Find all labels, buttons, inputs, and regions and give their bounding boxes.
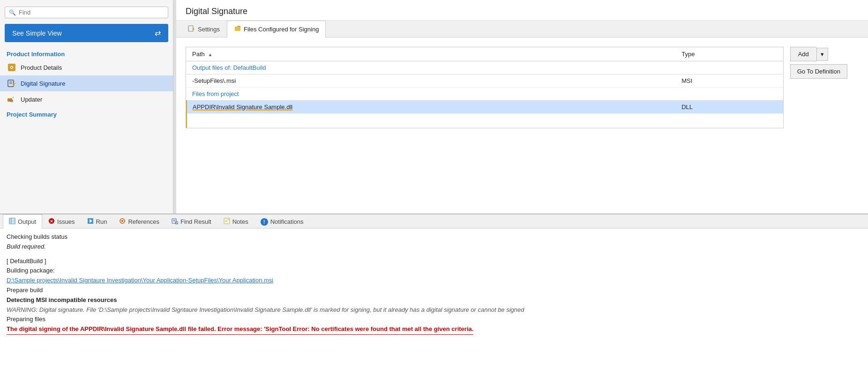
- sidebar: 🔍 See Simple View ⇄ Product Information …: [0, 0, 173, 213]
- bottom-tab-run[interactable]: Run: [81, 214, 113, 228]
- output-line: Checking builds status: [7, 232, 861, 242]
- notes-tab-label: Notes: [232, 218, 248, 225]
- project-summary-link[interactable]: Project Summary: [0, 107, 173, 122]
- file-path: -SetupFiles\.msi: [187, 74, 676, 88]
- add-button[interactable]: Add: [790, 47, 816, 61]
- bottom-tab-notes[interactable]: Notes: [217, 214, 254, 228]
- output-line: Building package:: [7, 266, 861, 276]
- output-line-warning: WARNING: Digital signature. File 'D:\Sam…: [7, 305, 861, 315]
- notifications-tab-icon: !: [261, 218, 268, 226]
- output-line: Build required.: [7, 242, 861, 252]
- find-result-tab-label: Find Result: [180, 218, 211, 225]
- issues-tab-icon: ✕: [48, 218, 55, 226]
- run-tab-label: Run: [96, 218, 107, 225]
- digital-signature-icon: [7, 78, 17, 88]
- svg-line-25: [177, 223, 178, 224]
- output-line: Preparing files: [7, 315, 861, 324]
- sidebar-item-digital-signature[interactable]: Digital Signature: [0, 75, 173, 91]
- notifications-tab-label: Notifications: [270, 218, 304, 225]
- main-tabs-bar: Settings Files Configured for Signing: [176, 21, 868, 37]
- bottom-tab-output[interactable]: Output: [3, 214, 42, 228]
- file-type: DLL: [676, 101, 783, 114]
- search-input[interactable]: [19, 9, 164, 16]
- arrows-icon: ⇄: [155, 29, 161, 37]
- issues-tab-label: Issues: [57, 218, 75, 225]
- svg-point-2: [11, 67, 13, 68]
- content-area: Path ▲ Type Output files of: DefaultBuil…: [176, 37, 868, 213]
- type-column-header: Type: [676, 47, 783, 61]
- notes-tab-icon: [224, 218, 230, 226]
- file-type: MSI: [676, 74, 783, 88]
- digital-signature-label: Digital Signature: [21, 80, 65, 87]
- bottom-tab-find-result[interactable]: Find Result: [165, 214, 217, 228]
- settings-tab-label: Settings: [198, 26, 220, 33]
- group-header-files-from-project: Files from project: [187, 88, 783, 101]
- tab-settings[interactable]: Settings: [181, 21, 227, 37]
- table-row[interactable]: -SetupFiles\.msi MSI: [187, 74, 783, 88]
- group-header-label: Files from project: [187, 88, 783, 101]
- find-result-tab-icon: [172, 218, 178, 226]
- error-text: The digital signing of the APPDIR\Invali…: [7, 324, 473, 335]
- empty-row: [187, 114, 783, 128]
- bottom-output-content: Checking builds status Build required. […: [0, 228, 868, 368]
- go-to-definition-button[interactable]: Go To Definition: [790, 64, 847, 79]
- bottom-tabs-bar: Output ✕ Issues Run Referen: [0, 214, 868, 228]
- product-information-title: Product Information: [0, 48, 173, 59]
- search-box: 🔍: [5, 7, 168, 18]
- path-sort-icon: ▲: [208, 52, 212, 57]
- output-line-link[interactable]: D:\Sample projects\Invalid Signtaure Inv…: [7, 276, 861, 286]
- output-line: [ DefaultBuild ]: [7, 257, 861, 266]
- product-details-icon: [7, 62, 17, 73]
- app-container: 🔍 See Simple View ⇄ Product Information …: [0, 0, 868, 368]
- bottom-tab-notifications[interactable]: ! Notifications: [254, 215, 310, 228]
- selected-file-path: APPDIR\Invalid Signature Sample.dll: [193, 103, 292, 110]
- output-tab-icon: [9, 218, 15, 226]
- product-details-label: Product Details: [21, 64, 62, 71]
- files-configured-tab-icon: [234, 25, 241, 34]
- tab-files-configured[interactable]: Files Configured for Signing: [227, 21, 326, 37]
- sidebar-divider[interactable]: [173, 0, 176, 213]
- table-row[interactable]: APPDIR\Invalid Signature Sample.dll DLL: [187, 101, 783, 114]
- output-line-empty: [7, 252, 861, 257]
- svg-rect-10: [188, 26, 193, 31]
- file-path: APPDIR\Invalid Signature Sample.dll: [187, 101, 676, 114]
- output-line-error: The digital signing of the APPDIR\Invali…: [7, 324, 861, 335]
- svg-text:✕: ✕: [50, 219, 53, 224]
- side-buttons: Add ▼ Go To Definition: [790, 47, 847, 79]
- table-and-buttons: Path ▲ Type Output files of: DefaultBuil…: [186, 47, 859, 128]
- preparing-files-text: Preparing files: [7, 316, 45, 323]
- output-tab-label: Output: [18, 218, 36, 225]
- see-simple-view-label: See Simple View: [12, 29, 62, 37]
- search-icon: 🔍: [9, 9, 16, 16]
- output-line: Prepare build: [7, 286, 861, 295]
- path-column-header: Path ▲: [187, 47, 676, 61]
- updater-label: Updater: [21, 96, 42, 103]
- svg-marker-8: [12, 97, 14, 98]
- main-panel: Digital Signature Settings Files Configu…: [176, 0, 868, 213]
- updater-icon: [7, 94, 17, 104]
- main-area: 🔍 See Simple View ⇄ Product Information …: [0, 0, 868, 213]
- run-tab-icon: [87, 218, 94, 226]
- bottom-tab-references[interactable]: References: [113, 214, 165, 228]
- sidebar-item-product-details[interactable]: Product Details: [0, 59, 173, 75]
- svg-rect-11: [9, 218, 15, 224]
- output-line: Detecting MSI incompatible resources: [7, 295, 861, 305]
- files-configured-tab-label: Files Configured for Signing: [244, 26, 319, 33]
- add-button-row: Add ▼: [790, 47, 847, 61]
- settings-tab-icon: [188, 25, 195, 34]
- svg-point-20: [121, 220, 123, 222]
- references-tab-icon: [119, 218, 126, 226]
- see-simple-view-button[interactable]: See Simple View ⇄: [5, 24, 168, 42]
- svg-point-24: [175, 221, 178, 224]
- bottom-panel: Output ✕ Issues Run Referen: [0, 213, 868, 368]
- sidebar-item-updater[interactable]: Updater: [0, 91, 173, 107]
- panel-title: Digital Signature: [176, 0, 868, 21]
- file-table-container: Path ▲ Type Output files of: DefaultBuil…: [186, 47, 784, 128]
- add-dropdown-arrow[interactable]: ▼: [816, 48, 828, 61]
- bottom-tab-issues[interactable]: ✕ Issues: [42, 214, 81, 228]
- search-wrapper: 🔍: [0, 4, 173, 22]
- references-tab-label: References: [128, 218, 159, 225]
- group-header-default-build: Output files of: DefaultBuild: [187, 61, 783, 74]
- file-table: Path ▲ Type Output files of: DefaultBuil…: [186, 47, 783, 128]
- group-header-label: Output files of: DefaultBuild: [187, 61, 783, 74]
